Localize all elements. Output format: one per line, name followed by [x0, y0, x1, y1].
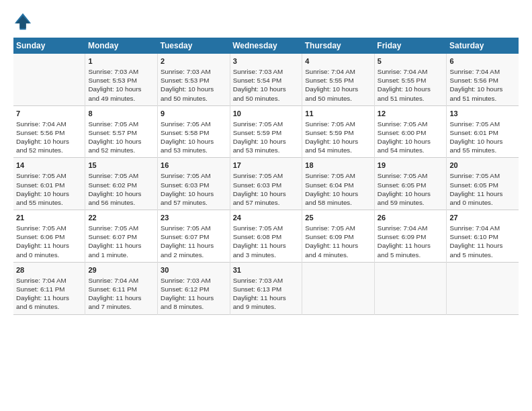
day-number: 12	[378, 109, 444, 119]
cell-3-4: 25Sunrise: 7:05 AMSunset: 6:09 PMDayligh…	[302, 210, 375, 263]
cell-2-3: 17Sunrise: 7:05 AMSunset: 6:03 PMDayligh…	[230, 158, 302, 210]
cell-line: and 58 minutes.	[305, 198, 371, 207]
day-number: 4	[305, 56, 371, 66]
day-number: 10	[233, 109, 300, 119]
cell-line: and 4 minutes.	[305, 250, 371, 259]
cell-line: Daylight: 11 hours	[305, 241, 371, 250]
cell-line: Daylight: 11 hours	[88, 241, 154, 250]
day-number: 8	[88, 109, 154, 119]
cell-line: Daylight: 10 hours	[449, 85, 516, 93]
cell-line: Sunrise: 7:04 AM	[449, 67, 516, 76]
cell-line: Daylight: 11 hours	[16, 241, 82, 250]
cell-line: Sunrise: 7:03 AM	[233, 67, 300, 76]
cell-line: Daylight: 11 hours	[161, 241, 227, 250]
day-number: 2	[161, 56, 227, 66]
week-row-4: 28Sunrise: 7:04 AMSunset: 6:11 PMDayligh…	[13, 262, 519, 314]
cell-3-6: 27Sunrise: 7:04 AMSunset: 6:10 PMDayligh…	[447, 210, 519, 263]
cell-line: and 51 minutes.	[449, 94, 516, 103]
cell-0-2: 2Sunrise: 7:03 AMSunset: 5:53 PMDaylight…	[158, 54, 230, 105]
cell-line: and 2 minutes.	[161, 250, 227, 259]
col-header-sunday: Sunday	[13, 38, 85, 54]
cell-line: Sunrise: 7:05 AM	[233, 224, 300, 232]
cell-4-4	[302, 262, 375, 314]
week-row-2: 14Sunrise: 7:05 AMSunset: 6:01 PMDayligh…	[13, 158, 519, 210]
cell-line: Sunset: 6:07 PM	[161, 232, 227, 241]
cell-3-2: 23Sunrise: 7:05 AMSunset: 6:07 PMDayligh…	[158, 210, 230, 263]
day-number: 20	[449, 161, 516, 171]
cell-line: and 50 minutes.	[161, 94, 227, 103]
cell-line: Daylight: 10 hours	[161, 137, 227, 146]
cell-line: Sunset: 6:05 PM	[449, 181, 516, 189]
col-header-wednesday: Wednesday	[230, 38, 302, 54]
cell-line: Sunrise: 7:04 AM	[88, 276, 154, 285]
day-number: 30	[161, 265, 227, 275]
cell-line: Sunset: 5:54 PM	[233, 76, 300, 85]
cell-2-2: 16Sunrise: 7:05 AMSunset: 6:03 PMDayligh…	[158, 158, 230, 210]
cell-line: Daylight: 10 hours	[449, 137, 516, 146]
cell-line: Daylight: 10 hours	[233, 189, 300, 198]
page: SundayMondayTuesdayWednesdayThursdayFrid…	[0, 0, 532, 411]
cell-line: Sunset: 6:07 PM	[88, 232, 154, 241]
cell-line: and 6 minutes.	[16, 302, 82, 311]
cell-4-5	[374, 262, 447, 314]
cell-line: and 53 minutes.	[233, 146, 300, 154]
cell-line: Daylight: 11 hours	[378, 241, 444, 250]
cell-line: Sunset: 5:55 PM	[305, 76, 371, 85]
cell-line: and 50 minutes.	[305, 94, 371, 103]
cell-line: Sunrise: 7:05 AM	[305, 224, 371, 232]
cell-line: and 1 minute.	[88, 250, 154, 259]
cell-line: Sunrise: 7:05 AM	[16, 224, 82, 232]
day-number: 13	[449, 109, 516, 119]
cell-2-5: 19Sunrise: 7:05 AMSunset: 6:05 PMDayligh…	[374, 158, 447, 210]
cell-line: Sunset: 5:53 PM	[161, 76, 227, 85]
cell-1-1: 8Sunrise: 7:05 AMSunset: 5:57 PMDaylight…	[85, 105, 158, 158]
col-header-friday: Friday	[374, 38, 447, 54]
cell-line: Sunrise: 7:05 AM	[161, 120, 227, 128]
cell-line: Sunset: 6:09 PM	[305, 232, 371, 241]
cell-line: Sunset: 6:08 PM	[233, 232, 300, 241]
cell-1-0: 7Sunrise: 7:04 AMSunset: 5:56 PMDaylight…	[13, 105, 85, 158]
cell-line: Daylight: 10 hours	[88, 85, 154, 93]
cell-line: Sunset: 5:59 PM	[233, 128, 300, 137]
cell-line: Daylight: 10 hours	[305, 85, 371, 93]
day-number: 19	[378, 161, 444, 171]
cell-line: and 5 minutes.	[449, 250, 516, 259]
cell-line: Sunrise: 7:04 AM	[378, 224, 444, 232]
cell-4-2: 30Sunrise: 7:03 AMSunset: 6:12 PMDayligh…	[158, 262, 230, 314]
day-number: 15	[88, 161, 154, 171]
header	[13, 12, 519, 31]
cell-line: Sunset: 5:55 PM	[378, 76, 444, 85]
cell-line: and 9 minutes.	[233, 302, 300, 311]
col-header-saturday: Saturday	[447, 38, 519, 54]
day-number: 6	[449, 56, 516, 66]
cell-line: Sunset: 6:01 PM	[16, 181, 82, 189]
week-row-1: 7Sunrise: 7:04 AMSunset: 5:56 PMDaylight…	[13, 105, 519, 158]
cell-line: Sunrise: 7:05 AM	[161, 171, 227, 180]
cell-line: Daylight: 10 hours	[161, 85, 227, 93]
cell-line: Sunset: 6:04 PM	[305, 181, 371, 189]
cell-line: Sunrise: 7:05 AM	[305, 171, 371, 180]
logo-icon	[13, 12, 32, 31]
cell-line: and 3 minutes.	[233, 250, 300, 259]
cell-line: Sunrise: 7:03 AM	[88, 67, 154, 76]
cell-line: and 54 minutes.	[305, 146, 371, 154]
cell-line: Daylight: 10 hours	[88, 137, 154, 146]
day-number: 14	[16, 161, 82, 171]
cell-3-1: 22Sunrise: 7:05 AMSunset: 6:07 PMDayligh…	[85, 210, 158, 263]
cell-line: Sunrise: 7:05 AM	[16, 171, 82, 180]
header-row: SundayMondayTuesdayWednesdayThursdayFrid…	[13, 38, 519, 54]
cell-line: Sunrise: 7:04 AM	[16, 276, 82, 285]
cell-line: Sunset: 6:11 PM	[88, 285, 154, 293]
cell-0-5: 5Sunrise: 7:04 AMSunset: 5:55 PMDaylight…	[374, 54, 447, 105]
cell-line: Sunset: 6:11 PM	[16, 285, 82, 293]
cell-2-1: 15Sunrise: 7:05 AMSunset: 6:02 PMDayligh…	[85, 158, 158, 210]
cell-line: Daylight: 11 hours	[233, 241, 300, 250]
cell-1-5: 12Sunrise: 7:05 AMSunset: 6:00 PMDayligh…	[374, 105, 447, 158]
cell-line: Sunset: 6:00 PM	[378, 128, 444, 137]
cell-1-6: 13Sunrise: 7:05 AMSunset: 6:01 PMDayligh…	[447, 105, 519, 158]
cell-line: Sunrise: 7:04 AM	[378, 67, 444, 76]
cell-1-2: 9Sunrise: 7:05 AMSunset: 5:58 PMDaylight…	[158, 105, 230, 158]
cell-0-6: 6Sunrise: 7:04 AMSunset: 5:56 PMDaylight…	[447, 54, 519, 105]
cell-line: Sunset: 6:02 PM	[88, 181, 154, 189]
cell-line: Sunrise: 7:03 AM	[161, 276, 227, 285]
